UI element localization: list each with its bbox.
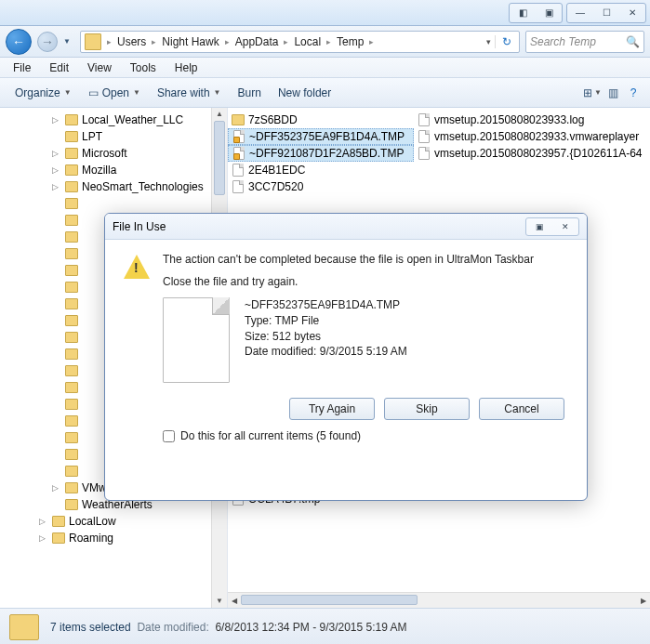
file-name-label: 7zS6BDD	[248, 113, 298, 126]
aux-button-2[interactable]: ▣	[537, 5, 561, 21]
folder-icon	[52, 516, 65, 527]
file-modified: Date modified: 9/3/2015 5:19 AM	[245, 344, 407, 360]
search-input[interactable]: Search Temp 🔍	[525, 31, 644, 53]
open-button[interactable]: ▭Open▼	[81, 83, 148, 103]
folder-icon	[65, 365, 78, 376]
share-button[interactable]: Share with▼	[150, 83, 229, 103]
menu-file[interactable]: File	[4, 59, 40, 76]
document-icon	[418, 130, 431, 143]
scroll-down-icon[interactable]: ▼	[212, 595, 227, 608]
folder-icon	[65, 315, 78, 326]
tree-item[interactable]: LPT	[0, 128, 227, 145]
document-icon	[232, 180, 245, 193]
menu-tools[interactable]: Tools	[121, 59, 166, 76]
forward-button[interactable]: →	[37, 32, 58, 52]
expand-icon[interactable]: ▷	[50, 165, 60, 175]
dialog-instruction: Close the file and try again.	[163, 275, 534, 288]
document-icon	[418, 147, 431, 160]
file-in-use-dialog: File In Use ▣ ✕ The action can't be comp…	[104, 213, 588, 501]
scroll-left-icon[interactable]: ◀	[228, 593, 241, 608]
apply-all-label: Do this for all current items (5 found)	[180, 429, 361, 442]
toolbar: Organize▼ ▭Open▼ Share with▼ Burn New fo…	[0, 78, 650, 108]
back-button[interactable]: ←	[6, 29, 32, 55]
history-dropdown[interactable]: ▼	[63, 37, 74, 46]
expand-icon[interactable]: ▷	[50, 149, 60, 158]
tree-item-label: Mozilla	[82, 164, 116, 177]
file-item[interactable]: 7zS6BDD	[228, 112, 414, 128]
burn-button[interactable]: Burn	[231, 83, 269, 103]
breadcrumb-item[interactable]: Local	[292, 33, 323, 50]
expand-icon[interactable]: ▷	[50, 182, 60, 191]
expand-icon[interactable]: ▷	[37, 517, 46, 526]
breadcrumb-item[interactable]: Night Hawk	[160, 33, 220, 50]
open-icon: ▭	[88, 86, 99, 99]
breadcrumb-sep-icon: ▸	[152, 37, 156, 46]
organize-button[interactable]: Organize▼	[7, 83, 79, 103]
folder-icon	[65, 399, 78, 410]
tree-item[interactable]: ▷Local_Weather_LLC	[0, 112, 227, 128]
file-thumbnail-icon	[163, 297, 230, 383]
tree-item[interactable]: ▷Microsoft	[0, 145, 227, 162]
expand-icon[interactable]: ▷	[50, 483, 60, 493]
dialog-close-button[interactable]: ✕	[553, 219, 577, 234]
minimize-button[interactable]: —	[568, 5, 592, 21]
scroll-thumb[interactable]	[214, 121, 225, 195]
search-placeholder: Search Temp	[530, 35, 596, 48]
refresh-button[interactable]: ↻	[495, 35, 517, 48]
apply-all-checkbox[interactable]	[163, 430, 175, 442]
menu-edit[interactable]: Edit	[40, 59, 78, 76]
breadcrumb-sep-icon: ▸	[107, 37, 112, 46]
folder-icon	[65, 265, 78, 276]
file-item[interactable]: ~DFF352375EA9FB1D4A.TMP	[228, 128, 414, 145]
file-type: Type: TMP File	[245, 313, 407, 329]
cancel-button[interactable]: Cancel	[479, 398, 564, 420]
dialog-aux-button[interactable]: ▣	[527, 219, 551, 234]
file-name-label: ~DFF921087D1F2A85BD.TMP	[249, 147, 404, 160]
scroll-right-icon[interactable]: ▶	[637, 593, 650, 608]
file-item[interactable]: ~DFF921087D1F2A85BD.TMP	[228, 145, 414, 162]
breadcrumb[interactable]: ▸ Users ▸ Night Hawk ▸ AppData ▸ Local ▸…	[80, 31, 520, 53]
help-button[interactable]: ?	[624, 84, 643, 102]
window-aux-buttons: ◧ ▣	[509, 3, 563, 23]
breadcrumb-item[interactable]: Temp	[335, 33, 365, 50]
aux-button-1[interactable]: ◧	[511, 5, 535, 21]
selection-count: 7 items selected	[50, 621, 131, 634]
folder-icon	[65, 215, 78, 226]
file-item[interactable]: 2E4B1EDC	[228, 162, 414, 178]
preview-pane-button[interactable]: ▥	[604, 84, 622, 102]
scroll-thumb[interactable]	[241, 595, 418, 605]
file-item[interactable]: vmsetup.20150808023957.{D102611A-64	[414, 145, 646, 162]
tree-item[interactable]	[0, 195, 227, 212]
skip-button[interactable]: Skip	[384, 398, 470, 420]
tree-item[interactable]: ▷NeoSmart_Technologies	[0, 178, 227, 195]
horizontal-scrollbar[interactable]: ◀ ▶	[228, 592, 650, 608]
breadcrumb-item[interactable]: AppData	[233, 33, 281, 50]
tree-item[interactable]: ▷Roaming	[0, 530, 227, 546]
try-again-button[interactable]: Try Again	[289, 398, 375, 420]
menu-view[interactable]: View	[78, 59, 121, 76]
expand-icon[interactable]: ▷	[37, 533, 46, 543]
breadcrumb-sep-icon: ▸	[225, 37, 230, 46]
tree-item-label: Local_Weather_LLC	[82, 113, 183, 126]
close-button[interactable]: ✕	[620, 5, 644, 21]
tree-item[interactable]: ▷Mozilla	[0, 162, 227, 178]
file-item[interactable]: vmsetup.20150808023933.vmwareplayer	[414, 128, 646, 145]
folder-icon	[65, 382, 78, 393]
file-name-label: vmsetup.20150808023933.vmwareplayer	[434, 130, 639, 143]
folder-icon	[65, 449, 78, 460]
folder-icon	[65, 248, 78, 259]
expand-icon[interactable]: ▷	[50, 115, 60, 125]
scroll-up-icon[interactable]: ▲	[212, 108, 227, 121]
folder-icon	[52, 532, 65, 544]
view-options-button[interactable]: ⊞▼	[583, 84, 602, 102]
new-folder-button[interactable]: New folder	[271, 83, 338, 103]
status-bar: 7 items selected Date modified: 6/8/2013…	[0, 608, 650, 644]
file-item[interactable]: 3CC7D520	[228, 178, 414, 195]
maximize-button[interactable]: ☐	[594, 5, 618, 21]
file-item[interactable]: vmsetup.20150808023933.log	[414, 112, 646, 128]
tree-item[interactable]: ▷LocalLow	[0, 513, 227, 530]
menu-help[interactable]: Help	[166, 59, 207, 76]
breadcrumb-item[interactable]: Users	[115, 33, 148, 50]
breadcrumb-dropdown-icon[interactable]: ▾	[483, 37, 495, 46]
folder-icon	[65, 415, 78, 427]
